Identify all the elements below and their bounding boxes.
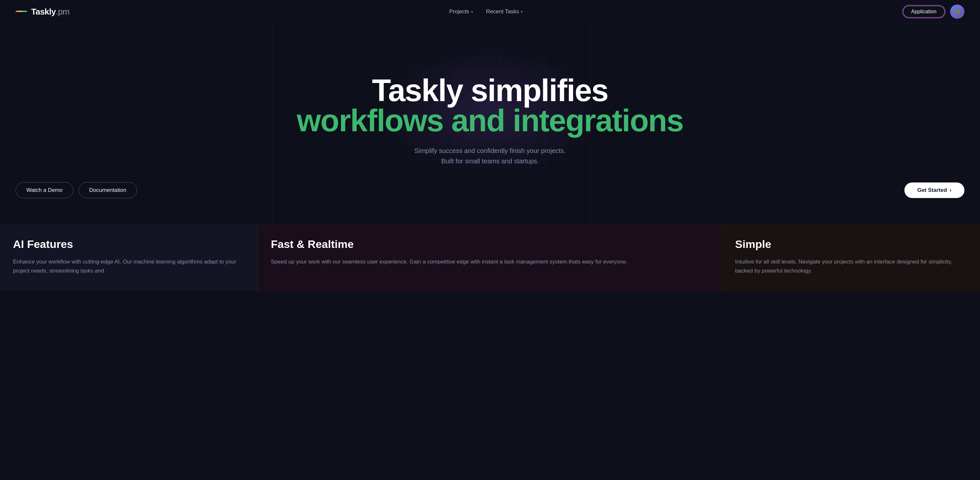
navbar: Taskly.pm Projects ▾ Recent Tasks ▾ Appl…: [0, 0, 980, 23]
hero-left-buttons: Watch a Demo Documentation: [16, 182, 137, 198]
hero-cta-area: Watch a Demo Documentation Get Started ›: [16, 182, 964, 198]
hero-content: Taskly simplifies workflows and integrat…: [297, 75, 683, 166]
chevron-right-icon: ›: [950, 187, 951, 193]
watch-demo-button[interactable]: Watch a Demo: [16, 182, 73, 198]
hero-subtitle-line1: Simplify success and confidently finish …: [414, 147, 566, 154]
nav-projects-link[interactable]: Projects ▾: [449, 8, 473, 15]
feature-ai-title: AI Features: [13, 238, 245, 251]
avatar[interactable]: 🌿: [950, 5, 964, 19]
get-started-label: Get Started: [917, 187, 947, 193]
hero-subtitle-line2: Built for small teams and startups.: [441, 157, 539, 165]
feature-simple-title: Simple: [735, 238, 967, 251]
chevron-down-icon: ▾: [471, 10, 473, 14]
hero-subtitle: Simplify success and confidently finish …: [297, 146, 683, 166]
nav-links: Projects ▾ Recent Tasks ▾: [449, 8, 523, 15]
feature-card-fast: Fast & Realtime Speed up your work with …: [258, 225, 722, 291]
feature-fast-title: Fast & Realtime: [271, 238, 709, 251]
logo-text-taskly: Taskly: [31, 7, 56, 16]
avatar-initials: 🌿: [955, 9, 960, 14]
nav-recent-tasks-label: Recent Tasks: [486, 8, 519, 15]
feature-card-ai: AI Features Enhance your workflow with c…: [0, 225, 258, 291]
feature-fast-description: Speed up your work with our seamless use…: [271, 257, 709, 266]
chevron-down-icon-2: ▾: [521, 10, 523, 14]
logo[interactable]: Taskly.pm: [16, 7, 70, 17]
application-button[interactable]: Application: [903, 5, 945, 18]
features-section: AI Features Enhance your workflow with c…: [0, 224, 980, 291]
hero-title-line2: workflows and integrations: [297, 103, 683, 138]
logo-text-pm: .pm: [56, 7, 70, 16]
feature-simple-description: Intuitive for all skill levels. Navigate…: [735, 257, 967, 276]
logo-bar-icon: [16, 11, 27, 12]
nav-right-actions: Application 🌿: [903, 5, 964, 19]
hero-title-line1: Taskly simplifies: [297, 75, 683, 106]
get-started-button[interactable]: Get Started ›: [904, 182, 964, 198]
hero-section: Taskly simplifies workflows and integrat…: [0, 23, 980, 224]
feature-card-simple: Simple Intuitive for all skill levels. N…: [722, 225, 980, 291]
documentation-button[interactable]: Documentation: [78, 182, 137, 198]
nav-recent-tasks-link[interactable]: Recent Tasks ▾: [486, 8, 523, 15]
feature-ai-description: Enhance your workflow with cutting-edge …: [13, 257, 245, 276]
nav-projects-label: Projects: [449, 8, 469, 15]
